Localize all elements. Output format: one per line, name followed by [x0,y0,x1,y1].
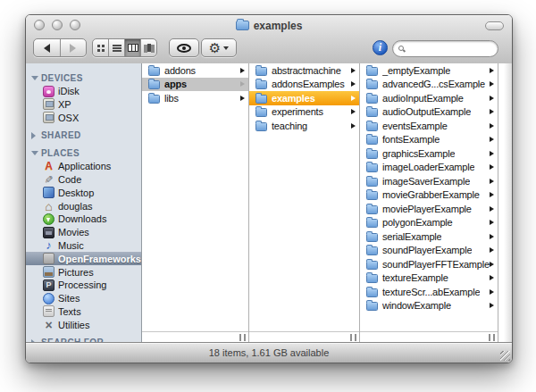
sites-icon [43,293,54,304]
list-view-button[interactable] [108,39,124,56]
sidebar-item-label: Desktop [58,188,94,198]
idisk-icon [43,86,54,97]
sidebar-item-label: Utilities [58,320,89,330]
back-button[interactable] [34,39,60,56]
file-row[interactable]: movieGrabberExample [360,188,498,203]
sidebar-row[interactable]: Texts [26,305,141,319]
file-row[interactable]: imageLoaderExample [360,161,498,175]
sidebar-row[interactable]: Utilities [26,318,141,331]
sidebar-row[interactable]: DEVICES [26,71,141,85]
status-bar: 18 items, 1.61 GB available [26,342,512,363]
sidebar-row[interactable]: iDisk [26,85,141,98]
column-resize-handle[interactable] [350,334,356,341]
file-row[interactable]: soundPlayerFFTExample [360,257,498,271]
chevron-right-icon [490,275,494,280]
file-row[interactable]: experiments [249,105,359,120]
window-header: examples ⚙ [26,15,512,64]
file-row[interactable]: moviePlayerExample [360,202,498,216]
file-row[interactable]: teaching [249,119,359,133]
folder-icon [366,233,378,242]
sidebar-row[interactable]: Desktop [26,186,141,199]
file-row[interactable]: libs [142,91,248,105]
folder-icon [366,205,378,214]
file-row[interactable]: audioInputExample [360,91,498,105]
file-row[interactable]: textureExample [360,271,498,286]
file-row[interactable]: fontsExample [360,133,498,147]
file-name: advancedG...csExample [382,79,485,89]
action-menu-button[interactable]: ⚙ [201,38,237,57]
icon-view-button[interactable] [93,39,108,56]
file-row[interactable]: apps [142,78,248,92]
disclosure-triangle-icon[interactable] [31,151,39,155]
disclosure-triangle-icon[interactable] [31,76,39,80]
column-3: _emptyExample advancedG...csExample au [360,63,498,343]
sidebar-row[interactable]: douglas [26,199,141,213]
forward-icon [70,44,76,53]
music-icon [43,239,54,251]
sidebar-item-label: Texts [58,306,81,317]
sidebar-row[interactable]: XP [26,98,141,112]
sidebar-row[interactable]: SHARED [26,129,141,142]
resize-grip-icon[interactable] [500,351,510,361]
file-row[interactable]: addons [142,63,248,78]
file-name: imageSaverExample [382,176,470,187]
sidebar-row[interactable]: Processing [26,279,141,292]
pictures-icon [43,266,54,278]
chevron-right-icon [351,81,356,87]
sidebar-row[interactable]: Pictures [26,265,141,279]
chevron-right-icon [490,81,494,87]
file-name: windowExample [382,300,451,311]
file-row[interactable]: soundPlayerExample [360,244,498,258]
file-row[interactable]: examples [249,91,359,105]
file-row[interactable]: imageSaverExample [360,174,498,188]
folder-icon [366,95,378,104]
chevron-right-icon [351,96,356,101]
file-row[interactable]: addonsExamples [249,78,359,92]
file-row[interactable]: polygonExample [360,216,498,230]
folder-icon [366,163,378,172]
folder-icon [366,246,378,255]
column-view-button[interactable] [124,39,140,56]
sidebar-row[interactable]: Movies [26,226,141,239]
disclosure-triangle-icon[interactable] [31,132,39,139]
sidebar-row[interactable]: Sites [26,292,141,305]
sidebar-row[interactable]: Applications [26,160,141,173]
toolbar-toggle-pill[interactable] [485,21,504,30]
file-row[interactable]: _emptyExample [360,63,498,78]
sidebar-row[interactable]: PLACES [26,146,141,160]
sidebar-row[interactable]: Code [26,173,141,187]
zoom-button[interactable] [70,20,80,30]
view-switcher [92,38,157,57]
get-info-button[interactable]: i [373,40,388,55]
sidebar-item-label: XP [58,99,71,110]
file-row[interactable]: serialExample [360,229,498,244]
file-row[interactable]: audioOutputExample [360,105,498,120]
column-2: abstractmachine addonsExamples example [249,63,360,343]
column-resize-handle[interactable] [489,334,495,341]
sidebar-row[interactable]: Downloads [26,213,141,226]
search-field[interactable] [392,40,498,57]
file-name: soundPlayerFFTExample [382,259,490,270]
coverflow-view-button[interactable] [140,39,156,56]
file-row[interactable]: graphicsExample [360,146,498,161]
file-row[interactable]: abstractmachine [249,63,359,78]
action-gear-icon: ⚙ [209,41,221,54]
close-button[interactable] [34,20,45,30]
column-resize-handle[interactable] [239,334,246,341]
window-title-text: examples [254,20,303,32]
titlebar[interactable]: examples [26,15,512,35]
sidebar-row[interactable]: OpenFrameworks [26,252,141,265]
forward-button[interactable] [60,39,87,56]
quick-look-button[interactable] [169,38,199,57]
minimize-button[interactable] [52,20,63,30]
file-name: addonsExamples [272,79,345,89]
chevron-right-icon [490,206,494,212]
file-row[interactable]: advancedG...csExample [360,78,498,92]
sidebar-row[interactable]: Music [26,239,141,253]
file-row[interactable]: textureScr...abExample [360,285,498,299]
file-row[interactable]: eventsExample [360,119,498,133]
sidebar-row[interactable]: OSX [26,111,141,124]
file-name: moviePlayerExample [382,204,472,214]
file-row[interactable]: windowExample [360,299,498,313]
search-input[interactable] [408,42,492,56]
